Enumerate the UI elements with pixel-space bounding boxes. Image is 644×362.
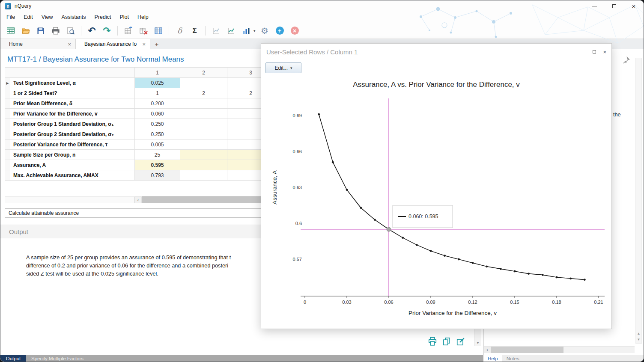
value-cell[interactable]: 0.005 <box>135 139 180 150</box>
value-cell[interactable]: 0.200 <box>135 98 180 109</box>
maximize-button[interactable] <box>604 0 624 12</box>
pin-icon[interactable] <box>623 56 630 65</box>
tab-close-icon[interactable]: × <box>142 41 146 47</box>
row-selector[interactable] <box>5 150 10 160</box>
value-cell[interactable] <box>180 109 227 119</box>
scroll-down-arrow[interactable]: ▼ <box>474 341 481 345</box>
settings-gear-icon[interactable]: ⚙ <box>259 25 271 36</box>
value-cell[interactable]: 0.025 <box>135 78 180 88</box>
value-cell[interactable]: 0.793 <box>135 170 180 181</box>
statusbar-tab-output[interactable]: Output <box>0 355 26 362</box>
table-row: Sample Size per Group, n25 <box>5 150 274 160</box>
page-title: MTT17-1 / Bayesian Assurance for Two Nor… <box>7 55 184 64</box>
value-cell[interactable]: 1 <box>135 88 180 98</box>
value-cell[interactable]: 2 <box>180 88 227 98</box>
table-insert-icon[interactable] <box>122 25 134 36</box>
row-selector[interactable] <box>5 88 10 98</box>
value-cell[interactable] <box>180 78 227 88</box>
print-icon[interactable] <box>50 25 61 36</box>
save-icon[interactable] <box>35 25 46 36</box>
row-selector[interactable] <box>5 98 10 109</box>
edit-icon[interactable] <box>456 337 465 346</box>
minimize-button[interactable] <box>584 0 604 12</box>
tab-close-icon[interactable]: × <box>68 41 71 47</box>
help-vertical-scrollbar[interactable]: ▲ ▼ <box>635 58 642 344</box>
value-cell[interactable] <box>180 119 227 129</box>
row-selector[interactable] <box>5 109 10 119</box>
scrollbar-thumb[interactable] <box>491 347 564 353</box>
value-cell[interactable]: 0.250 <box>135 119 180 129</box>
value-cell[interactable]: 25 <box>135 150 180 160</box>
new-table-icon[interactable] <box>5 25 16 36</box>
data-point <box>472 262 474 264</box>
dropdown-caret-icon[interactable]: ▾ <box>253 29 256 33</box>
scroll-left-arrow[interactable]: ‹ <box>484 347 491 353</box>
open-folder-icon[interactable] <box>20 25 31 36</box>
column-header[interactable]: 1 <box>135 68 180 78</box>
print-preview-icon[interactable] <box>65 25 76 36</box>
data-point <box>360 207 362 209</box>
row-selector[interactable] <box>5 119 10 129</box>
plot-window-titlebar[interactable]: User-Selected Rows / Column 1 × <box>261 44 611 60</box>
close-button[interactable]: × <box>624 0 644 12</box>
scroll-up-arrow[interactable]: ▲ <box>636 332 641 335</box>
menu-plot[interactable]: Plot <box>115 12 133 23</box>
menu-view[interactable]: View <box>37 12 57 23</box>
value-cell[interactable] <box>180 139 227 150</box>
help-horizontal-scrollbar[interactable]: ‹ <box>484 346 635 353</box>
redo-icon[interactable]: ↷ <box>101 25 113 36</box>
print-icon[interactable] <box>428 337 437 346</box>
bar-chart-icon[interactable] <box>240 25 252 36</box>
table-horizontal-scrollbar[interactable]: ‹ <box>5 196 274 203</box>
table-columns-icon[interactable] <box>152 25 164 36</box>
statusbar-tab-help[interactable]: Help <box>483 355 502 362</box>
statusbar-tab-specify-multiple-factors[interactable]: Specify Multiple Factors <box>26 355 483 362</box>
value-cell[interactable]: 0.595 <box>135 160 180 170</box>
row-selector[interactable] <box>5 160 10 170</box>
copy-icon[interactable] <box>442 337 451 346</box>
data-point <box>458 258 460 261</box>
plot-maximize-icon[interactable] <box>593 50 596 53</box>
remove-circle-icon[interactable]: × <box>289 25 301 36</box>
value-cell[interactable]: 0.250 <box>135 129 180 139</box>
scroll-down-arrow[interactable]: ▼ <box>636 338 641 341</box>
assurance-chart-svg[interactable]: 00.030.060.090.120.150.180.210.690.660.6… <box>261 91 612 326</box>
new-tab-button[interactable]: + <box>150 39 163 49</box>
row-selector[interactable]: ▸ <box>5 78 10 88</box>
delta-icon[interactable]: δ <box>174 25 185 36</box>
value-cell[interactable] <box>180 129 227 139</box>
scrollbar-thumb[interactable] <box>142 196 274 203</box>
menu-help[interactable]: Help <box>133 12 153 23</box>
value-cell[interactable] <box>180 98 227 109</box>
sigma-icon[interactable]: Σ <box>189 25 200 36</box>
value-cell[interactable] <box>180 160 227 170</box>
tab-bayesian-assurance[interactable]: Bayesian Assurance fo × <box>76 39 150 49</box>
scroll-left-arrow[interactable]: ‹ <box>134 196 142 203</box>
plot-minimize-icon[interactable] <box>582 52 586 52</box>
menu-assistants[interactable]: Assistants <box>57 12 90 23</box>
run-description-box[interactable]: Calculate attainable assurance <box>5 208 274 218</box>
menu-file[interactable]: File <box>2 12 19 23</box>
row-selector[interactable] <box>5 139 10 150</box>
statusbar-tab-notes[interactable]: Notes <box>502 356 524 361</box>
value-cell[interactable] <box>180 150 227 160</box>
value-cell[interactable]: 0.060 <box>135 109 180 119</box>
table-delete-icon[interactable] <box>137 25 149 36</box>
app-title: nQuery <box>15 3 31 9</box>
value-cell[interactable] <box>180 170 227 181</box>
column-header[interactable]: 2 <box>180 68 227 78</box>
menu-edit[interactable]: Edit <box>19 12 37 23</box>
add-circle-icon[interactable]: + <box>274 25 286 36</box>
row-selector[interactable] <box>5 170 10 181</box>
toolbar-separator <box>205 26 206 36</box>
plot-edit-button[interactable]: Edit... ▾ <box>265 62 301 73</box>
undo-icon[interactable]: ↶ <box>86 25 98 36</box>
menu-predict[interactable]: Predict <box>90 12 116 23</box>
row-selector[interactable] <box>5 129 10 139</box>
output-line: difference of 0.2 and prior variance of … <box>26 262 231 270</box>
line-plot-teal-icon[interactable] <box>225 25 237 36</box>
line-plot-icon[interactable] <box>210 25 222 36</box>
plot-close-icon[interactable]: × <box>603 49 606 55</box>
status-bar: Output Specify Multiple Factors Help Not… <box>0 355 644 362</box>
tab-home[interactable]: Home × <box>0 39 76 49</box>
